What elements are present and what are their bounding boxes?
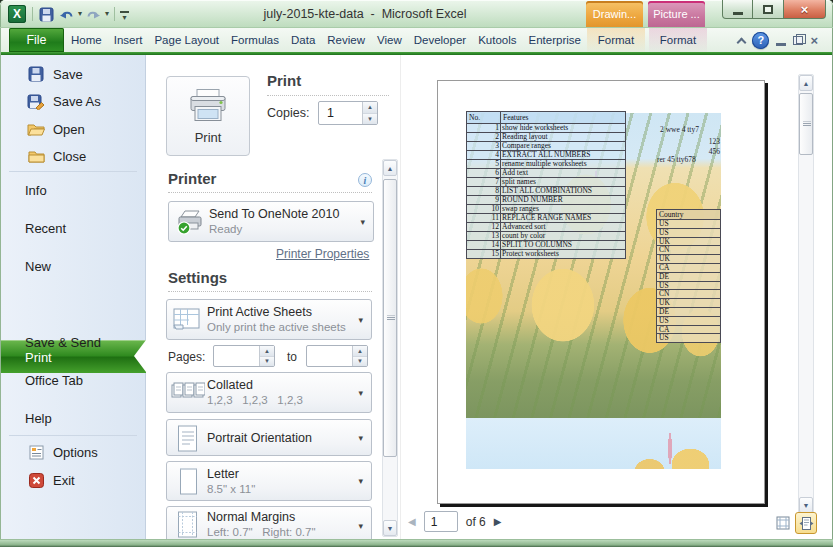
page-count-label: of 6 — [466, 515, 486, 529]
spin-up-button[interactable]: ▲ — [363, 102, 377, 114]
minimize-button[interactable] — [722, 0, 753, 19]
chevron-down-icon: ▾ — [358, 315, 363, 325]
paper-size-subtitle: 8.5" x 11" — [207, 483, 255, 495]
spin-up-button[interactable]: ▲ — [260, 346, 274, 357]
print-button[interactable]: Print — [166, 76, 250, 156]
collapse-ribbon-button[interactable] — [737, 37, 747, 47]
pages-from-input[interactable]: ▲ ▼ — [213, 345, 275, 367]
tab-formulas[interactable]: Formulas — [225, 28, 285, 52]
tab-developer[interactable]: Developer — [408, 28, 472, 52]
picture-tools-group-header: Picture ... — [648, 1, 705, 27]
sidebar-item-save-and-send[interactable]: Save & Send — [1, 329, 146, 355]
sidebar-item-recent[interactable]: Recent — [1, 215, 146, 241]
scrollbar-thumb[interactable] — [383, 179, 397, 457]
scroll-down-button[interactable]: ▼ — [799, 497, 813, 513]
sidebar-item-label: Save & Send — [25, 335, 101, 350]
scroll-up-button[interactable]: ▲ — [383, 160, 397, 176]
settings-scrollbar[interactable]: ▲ ▼ — [382, 159, 398, 537]
sheet-note: 123 — [690, 137, 720, 146]
tulip-image-band — [466, 418, 721, 469]
sidebar-item-help[interactable]: Help — [1, 405, 146, 431]
orientation-select[interactable]: Portrait Orientation ▾ — [166, 419, 372, 456]
collated-icon — [171, 380, 205, 407]
collation-select[interactable]: Collated 1,2,3 1,2,3 1,2,3 ▾ — [166, 372, 372, 413]
sidebar-item-save[interactable]: Save — [1, 62, 146, 86]
sidebar-item-open[interactable]: Open — [1, 117, 146, 141]
current-page-input[interactable]: 1 — [424, 511, 458, 532]
zoom-to-page-button[interactable] — [795, 512, 817, 534]
options-icon — [27, 443, 45, 461]
scrollbar-thumb[interactable] — [799, 93, 813, 155]
sidebar-item-close[interactable]: Close — [1, 144, 146, 168]
tab-page-layout[interactable]: Page Layout — [148, 28, 225, 52]
customize-qat-button[interactable]: ▾ — [120, 8, 129, 20]
table-row: 3Compare ranges — [467, 142, 626, 151]
show-margins-button[interactable] — [774, 514, 792, 532]
scroll-up-button[interactable]: ▲ — [799, 75, 813, 91]
cell-feature: Reading layout — [501, 133, 626, 142]
workbook-restore-button[interactable] — [793, 36, 803, 45]
table-row: 12Advanced sort — [467, 223, 626, 232]
spin-down-button[interactable]: ▼ — [353, 357, 367, 367]
workbook-close-button[interactable]: × — [810, 34, 818, 47]
sidebar-item-options[interactable]: Options — [1, 440, 146, 464]
tab-view[interactable]: View — [371, 28, 408, 52]
copies-input[interactable]: 1 ▲ ▼ — [318, 101, 378, 125]
workbook-minimize-button[interactable] — [776, 43, 786, 46]
sidebar-item-exit[interactable]: Exit — [1, 468, 146, 492]
pages-to-input[interactable]: ▲ ▼ — [306, 345, 368, 367]
collation-subtitle: 1,2,3 1,2,3 1,2,3 — [207, 394, 303, 406]
undo-button[interactable] — [58, 5, 75, 23]
printer-heading: Printer — [168, 170, 216, 187]
cell-feature: split names — [501, 178, 626, 187]
table-row: CN — [657, 290, 721, 299]
redo-button[interactable] — [85, 5, 102, 23]
info-icon[interactable]: i — [358, 173, 372, 187]
printer-properties-link[interactable]: Printer Properties — [276, 247, 369, 261]
cell-country: US — [657, 281, 721, 290]
next-page-button[interactable]: ▶ — [494, 516, 502, 527]
tab-data[interactable]: Data — [285, 28, 321, 52]
tab-picture-format[interactable]: Format — [649, 28, 707, 52]
tab-enterprise[interactable]: Enterprise — [523, 28, 587, 52]
margins-icon — [177, 511, 198, 538]
cell-no: 10 — [467, 205, 501, 214]
spin-up-button[interactable]: ▲ — [353, 346, 367, 357]
sidebar-item-new[interactable]: New — [1, 253, 146, 279]
spin-down-button[interactable]: ▼ — [363, 114, 377, 125]
print-what-subtitle: Only print the active sheets — [207, 321, 346, 333]
previous-page-button[interactable]: ◀ — [408, 516, 416, 527]
exit-icon — [27, 471, 45, 489]
excel-app-icon[interactable]: X — [8, 5, 26, 23]
cell-no: 7 — [467, 178, 501, 187]
spin-down-button[interactable]: ▼ — [260, 357, 274, 367]
page-navigation: ◀ 1 of 6 ▶ — [408, 511, 501, 532]
cell-no: 2 — [467, 133, 501, 142]
sidebar-item-office-tab[interactable]: Office Tab — [1, 367, 146, 393]
save-quick-button[interactable] — [38, 5, 55, 23]
maximize-button[interactable] — [753, 0, 784, 19]
sidebar-item-save-as[interactable]: Save As — [1, 89, 146, 113]
table-row: 6Add text — [467, 169, 626, 178]
save-icon — [27, 65, 45, 83]
tab-home[interactable]: Home — [65, 28, 108, 52]
preview-scrollbar[interactable]: ▲ ▼ — [798, 74, 814, 514]
undo-dropdown[interactable]: ▾ — [78, 5, 82, 23]
scroll-down-button[interactable]: ▼ — [383, 520, 397, 536]
redo-dropdown[interactable]: ▾ — [105, 5, 109, 23]
tab-kutools[interactable]: Kutools — [472, 28, 522, 52]
help-button[interactable]: ? — [752, 32, 769, 49]
printer-select[interactable]: Send To OneNote 2010 Ready ▾ — [168, 201, 374, 242]
tab-file[interactable]: File — [9, 28, 64, 52]
cell-feature: swap ranges — [501, 205, 626, 214]
paper-size-title: Letter — [207, 467, 239, 481]
paper-size-select[interactable]: Letter 8.5" x 11" ▾ — [166, 461, 372, 501]
qat-separator — [32, 7, 33, 21]
tab-insert[interactable]: Insert — [108, 28, 149, 52]
maximize-icon — [763, 5, 773, 14]
close-button[interactable]: × — [784, 0, 826, 19]
tab-drawing-format[interactable]: Format — [587, 28, 645, 52]
tab-review[interactable]: Review — [321, 28, 371, 52]
sidebar-item-info[interactable]: Info — [1, 177, 146, 203]
print-what-select[interactable]: Print Active Sheets Only print the activ… — [166, 299, 372, 340]
